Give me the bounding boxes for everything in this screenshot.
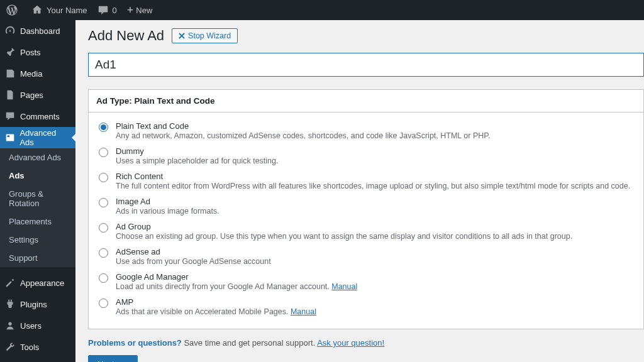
comment-icon <box>97 4 109 16</box>
next-button[interactable]: Next ▶▶ <box>88 355 138 362</box>
ad-type-desc: Ads that are visible on Accelerated Mobi… <box>116 307 316 316</box>
menu-label: Posts <box>20 48 41 57</box>
ad-type-option: DummyUses a simple placeholder ad for qu… <box>99 146 633 165</box>
menu-pages[interactable]: Pages <box>0 84 75 106</box>
menu-label: Advanced Ads <box>19 128 70 147</box>
ad-type-label: AMP <box>116 297 316 307</box>
admin-sidebar: Dashboard Posts Media Pages Comments Adv… <box>0 20 75 362</box>
help-text: Save time and get personal support. <box>182 338 317 348</box>
submenu-groups[interactable]: Groups & Rotation <box>0 185 75 212</box>
ad-type-radio[interactable] <box>99 148 108 157</box>
ad-type-option: AMPAds that are visible on Accelerated M… <box>99 297 633 316</box>
menu-settings[interactable]: Settings <box>0 358 75 362</box>
menu-label: Tools <box>20 343 39 352</box>
ad-type-radio[interactable] <box>99 299 108 308</box>
ad-type-desc: Use ads from your Google AdSense account <box>116 257 271 266</box>
submenu-support[interactable]: Support <box>0 249 75 267</box>
dashboard-icon <box>4 25 16 37</box>
submenu-settings[interactable]: Settings <box>0 231 75 249</box>
svg-point-2 <box>8 322 11 326</box>
pin-icon <box>4 46 16 58</box>
manual-link[interactable]: Manual <box>331 282 357 291</box>
help-line: Problems or questions? Save time and get… <box>88 338 644 348</box>
ad-type-label: Image Ad <box>116 197 219 206</box>
menu-label: Plugins <box>20 300 47 309</box>
menu-label: Dashboard <box>20 26 60 36</box>
menu-posts[interactable]: Posts <box>0 41 75 63</box>
page-icon <box>4 89 16 101</box>
ad-type-option: Ad GroupChoose an existing ad group. Use… <box>99 222 633 241</box>
plugins-icon <box>4 298 16 310</box>
ad-type-radio[interactable] <box>99 273 108 283</box>
stop-wizard-button[interactable]: Stop Wizard <box>172 28 238 43</box>
manual-link[interactable]: Manual <box>291 307 316 316</box>
main-content: Add New Ad Stop Wizard Ad Type: Plain Te… <box>75 20 644 362</box>
ad-type-radio[interactable] <box>99 248 108 258</box>
ad-type-option: AdSense adUse ads from your Google AdSen… <box>99 247 633 266</box>
svg-rect-0 <box>6 134 14 141</box>
ad-type-desc: Any ad network, Amazon, customized AdSen… <box>116 131 490 140</box>
media-icon <box>4 67 16 80</box>
menu-users[interactable]: Users <box>0 315 75 336</box>
comments-count: 0 <box>113 6 117 15</box>
ad-type-radio[interactable] <box>99 223 108 233</box>
help-bold: Problems or questions? <box>88 338 182 348</box>
ad-type-desc: Ads in various image formats. <box>116 207 219 216</box>
admin-bar: Your Name 0 + New <box>0 0 644 20</box>
ad-type-header: Ad Type: Plain Text and Code <box>89 90 643 112</box>
new-link[interactable]: + New <box>122 0 158 20</box>
submenu-advanced-ads: Advanced Ads Ads Groups & Rotation Place… <box>0 148 75 267</box>
submenu-overview[interactable]: Advanced Ads <box>0 148 75 167</box>
ad-type-label: Dummy <box>116 146 278 156</box>
menu-label: Media <box>20 69 42 79</box>
menu-media[interactable]: Media <box>0 63 75 84</box>
ad-type-radio[interactable] <box>99 173 108 182</box>
menu-label: Pages <box>20 90 43 100</box>
comments-link[interactable]: 0 <box>92 0 122 20</box>
menu-label: Appearance <box>20 278 64 288</box>
help-link[interactable]: Ask your question! <box>317 338 384 348</box>
ad-type-option: Google Ad ManagerLoad ad units directly … <box>99 272 633 291</box>
ad-type-desc: Uses a simple placeholder ad for quick t… <box>116 156 278 165</box>
menu-label: Users <box>20 321 42 331</box>
ad-type-option: Image AdAds in various image formats. <box>99 197 633 216</box>
menu-comments[interactable]: Comments <box>0 106 75 127</box>
stop-wizard-label: Stop Wizard <box>188 31 231 40</box>
svg-rect-1 <box>7 135 9 137</box>
ad-type-label: Google Ad Manager <box>116 272 357 282</box>
menu-label: Comments <box>20 112 60 121</box>
ad-type-option: Plain Text and CodeAny ad network, Amazo… <box>99 121 633 140</box>
menu-advanced-ads[interactable]: Advanced Ads <box>0 127 75 148</box>
site-name-label: Your Name <box>47 6 87 15</box>
ad-title-input[interactable] <box>88 53 644 77</box>
menu-dashboard[interactable]: Dashboard <box>0 20 75 41</box>
submenu-placements[interactable]: Placements <box>0 212 75 231</box>
ad-type-label: AdSense ad <box>116 247 271 256</box>
close-icon <box>179 33 185 39</box>
plus-icon: + <box>127 4 134 16</box>
menu-tools[interactable]: Tools <box>0 336 75 358</box>
ad-type-desc: The full content editor from WordPress w… <box>116 182 630 190</box>
appearance-icon <box>4 277 16 289</box>
ad-type-option: Rich ContentThe full content editor from… <box>99 172 633 190</box>
ad-type-label: Plain Text and Code <box>116 121 490 131</box>
site-name-link[interactable]: Your Name <box>26 0 92 20</box>
submenu-ads[interactable]: Ads <box>0 167 75 185</box>
ad-type-desc: Choose an existing ad group. Use this ty… <box>116 232 572 241</box>
ad-type-box: Ad Type: Plain Text and Code Plain Text … <box>88 89 644 329</box>
page-title: Add New Ad <box>88 28 164 44</box>
ad-type-label: Ad Group <box>116 222 572 231</box>
tools-icon <box>4 341 16 353</box>
menu-plugins[interactable]: Plugins <box>0 293 75 315</box>
home-icon <box>31 4 43 16</box>
ad-type-radio[interactable] <box>99 198 108 207</box>
next-label: Next <box>97 359 114 362</box>
ad-type-radio[interactable] <box>99 123 108 132</box>
comment-icon <box>4 110 16 123</box>
wp-logo[interactable] <box>1 0 26 20</box>
new-label: New <box>136 6 152 15</box>
ad-type-label: Rich Content <box>116 172 630 181</box>
menu-appearance[interactable]: Appearance <box>0 272 75 293</box>
users-icon <box>4 319 16 332</box>
ad-type-desc: Load ad units directly from your Google … <box>116 282 357 291</box>
